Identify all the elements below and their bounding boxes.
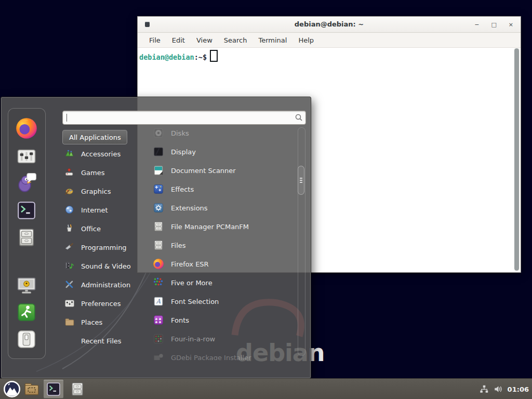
- extensions-icon: [153, 202, 164, 214]
- app-item-document-scanner[interactable]: Document Scanner: [153, 161, 293, 180]
- maximize-button[interactable]: □: [491, 22, 496, 28]
- search-box: [62, 111, 306, 125]
- favorite-file-manager[interactable]: [15, 226, 38, 249]
- preferences-icon: [64, 298, 75, 309]
- pidgin-icon: [16, 172, 37, 194]
- four-in-a-row-icon: [153, 333, 164, 344]
- internet-icon: [64, 205, 75, 215]
- terminal-task-button[interactable]: [44, 380, 63, 398]
- category-internet[interactable]: Internet: [64, 201, 142, 219]
- five-or-more-icon: [153, 277, 164, 288]
- application-list: Disks Display Document Scanner: [153, 124, 293, 360]
- app-item-files[interactable]: Files: [153, 236, 293, 255]
- control-center-icon: [16, 146, 37, 167]
- desktop-folder-launcher[interactable]: [23, 381, 40, 397]
- games-icon: [64, 167, 75, 178]
- category-accessories[interactable]: Accessories: [64, 144, 142, 163]
- category-list: Accessories Games Graphics: [64, 144, 142, 350]
- app-item-firefox-esr[interactable]: Firefox ESR: [153, 255, 293, 273]
- shutdown-button[interactable]: [15, 328, 38, 351]
- graphics-icon: [64, 186, 75, 196]
- app-item-four-in-a-row[interactable]: Four-in-a-row: [153, 329, 293, 348]
- category-games[interactable]: Games: [64, 163, 142, 182]
- terminal-menubar: File Edit View Search Terminal Help: [138, 33, 521, 48]
- app-item-fonts[interactable]: a a a a Fonts: [153, 311, 293, 329]
- network-icon[interactable]: [480, 384, 489, 394]
- accessories-icon: [64, 149, 75, 159]
- app-item-file-manager-pcmanfm[interactable]: File Manager PCManFM: [153, 217, 293, 236]
- screen: debian debian@debian: ~ − □ × File Edit …: [0, 0, 532, 399]
- terminal-titlebar[interactable]: debian@debian: ~ − □ ×: [138, 17, 521, 33]
- places-icon: [64, 317, 75, 327]
- office-icon: [64, 223, 75, 234]
- svg-text:a a: a a: [155, 320, 162, 324]
- all-applications-button[interactable]: All Applications: [62, 130, 127, 144]
- firefox-icon: [153, 258, 164, 270]
- app-item-effects[interactable]: Effects: [153, 180, 293, 198]
- category-office[interactable]: Office: [64, 219, 142, 238]
- category-sound-video[interactable]: Sound & Video: [64, 257, 142, 275]
- menu-edit[interactable]: Edit: [166, 36, 191, 44]
- administration-icon: [64, 280, 75, 290]
- application-menu: All Applications Accessories Games: [1, 97, 311, 379]
- menu-file[interactable]: File: [143, 36, 166, 44]
- terminal-cursor: [210, 50, 218, 62]
- app-item-display[interactable]: Display: [153, 142, 293, 161]
- terminal-icon: [16, 200, 37, 221]
- sound-video-icon: [64, 261, 75, 271]
- favorite-terminal[interactable]: [15, 199, 38, 222]
- app-item-gdebi-package-installer[interactable]: GDebi Package Installer: [153, 348, 293, 360]
- menu-terminal[interactable]: Terminal: [252, 36, 292, 44]
- volume-icon[interactable]: [494, 384, 503, 394]
- category-recent-files[interactable]: Recent Files: [64, 331, 142, 350]
- terminal-icon: [46, 381, 61, 397]
- terminal-scrollbar-thumb[interactable]: [514, 48, 519, 271]
- magnifier-icon: [295, 113, 303, 122]
- taskbar: 01:06: [0, 378, 532, 399]
- logout-button[interactable]: [15, 301, 38, 324]
- favorite-pidgin[interactable]: [15, 171, 38, 194]
- file-cabinet-icon: [153, 221, 164, 232]
- shell-prompt: debian@debian:~$: [139, 50, 218, 62]
- search-input[interactable]: [66, 112, 289, 122]
- display-icon: [153, 146, 164, 157]
- minimize-button[interactable]: −: [474, 22, 479, 28]
- app-list-scrollbar-track[interactable]: [298, 127, 305, 356]
- category-administration[interactable]: Administration: [64, 275, 142, 294]
- app-item-font-selection[interactable]: A Font Selection: [153, 292, 293, 311]
- clock[interactable]: 01:06: [508, 385, 529, 393]
- lock-screen-button[interactable]: [15, 274, 38, 297]
- font-selection-icon: A: [153, 296, 164, 307]
- close-button[interactable]: ×: [509, 22, 513, 28]
- programming-icon: [64, 242, 75, 252]
- svg-text:A: A: [155, 298, 161, 305]
- document-scanner-icon: [153, 165, 164, 176]
- app-item-disks[interactable]: Disks: [153, 124, 293, 142]
- menu-help[interactable]: Help: [292, 36, 320, 44]
- app-item-five-or-more[interactable]: Five or More: [153, 273, 293, 292]
- file-manager-launcher[interactable]: [70, 381, 85, 397]
- desktop-folder-icon: [23, 381, 40, 397]
- file-cabinet-icon: [153, 240, 164, 251]
- file-cabinet-icon: [70, 381, 85, 397]
- file-cabinet-icon: [16, 227, 37, 248]
- category-preferences[interactable]: Preferences: [64, 294, 142, 313]
- lock-screen-icon: [16, 274, 37, 296]
- app-list-scrollbar-thumb[interactable]: [298, 166, 304, 195]
- menu-button[interactable]: [3, 380, 21, 398]
- category-programming[interactable]: Programming: [64, 238, 142, 257]
- effects-icon: [153, 183, 164, 195]
- shutdown-icon: [16, 329, 37, 350]
- favorite-control-center[interactable]: [15, 145, 38, 168]
- terminal-title: debian@debian: ~: [138, 20, 521, 28]
- favorite-firefox[interactable]: [15, 117, 38, 140]
- menu-view[interactable]: View: [191, 36, 218, 44]
- app-item-extensions[interactable]: Extensions: [153, 198, 293, 217]
- no-icon-spacer: [64, 336, 75, 346]
- terminal-scrollbar[interactable]: [514, 48, 520, 271]
- category-graphics[interactable]: Graphics: [64, 182, 142, 201]
- firefox-icon: [15, 117, 38, 140]
- menu-search[interactable]: Search: [218, 36, 253, 44]
- category-places[interactable]: Places: [64, 313, 142, 331]
- fonts-icon: a a a a: [153, 314, 164, 326]
